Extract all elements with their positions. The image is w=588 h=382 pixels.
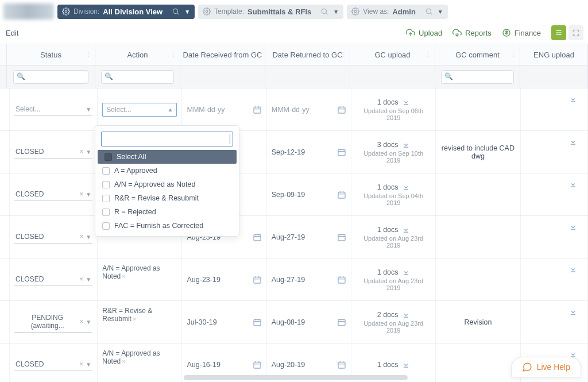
calendar-icon[interactable] xyxy=(253,105,262,114)
gcc-filter[interactable]: 🔍 xyxy=(441,70,513,84)
calendar-icon[interactable] xyxy=(253,360,262,369)
checkbox-icon[interactable] xyxy=(102,167,110,175)
date-returned-cell[interactable]: Sep-09-19 xyxy=(272,190,346,199)
gc-upload-cell[interactable]: 1 docs xyxy=(356,361,431,369)
finance-link[interactable]: Finance xyxy=(502,28,541,37)
gc-comment-cell[interactable]: revised to include CAD dwg xyxy=(436,131,520,173)
dropdown-search-input[interactable] xyxy=(104,135,229,144)
gc-comment-cell[interactable] xyxy=(436,88,520,130)
clear-icon[interactable]: × xyxy=(133,315,136,322)
date-received-cell[interactable]: MMM-dd-yy xyxy=(187,105,261,114)
view-expand-button[interactable] xyxy=(568,25,583,40)
col-header-date-returned[interactable]: Date Returned to GC⋮ xyxy=(265,44,350,65)
download-icon[interactable] xyxy=(402,226,410,234)
search-icon[interactable] xyxy=(320,7,328,16)
calendar-icon[interactable] xyxy=(337,275,346,284)
checkbox-icon[interactable] xyxy=(102,181,110,188)
clear-icon[interactable]: × xyxy=(79,190,83,198)
status-select[interactable]: CLOSED×▼ xyxy=(14,145,92,159)
date-returned-cell[interactable]: Aug-27-19 xyxy=(272,275,346,284)
dropdown-option[interactable]: R&R = Revise & Resubmit xyxy=(95,191,239,205)
col-header-status[interactable]: Status⋮ xyxy=(7,44,95,65)
gc-comment-cell[interactable] xyxy=(436,258,520,300)
download-icon[interactable] xyxy=(402,98,410,106)
clear-icon[interactable]: × xyxy=(79,233,83,241)
clear-icon[interactable]: × xyxy=(122,358,125,365)
live-help-button[interactable]: Live Help xyxy=(511,357,581,377)
date-received-cell[interactable]: Aug-16-19 xyxy=(187,360,261,369)
upload-link[interactable]: Upload xyxy=(406,28,442,37)
action-filter[interactable]: 🔍 xyxy=(101,70,173,84)
dropdown-select-all[interactable]: Select All xyxy=(98,150,237,164)
status-select[interactable]: CLOSED×▼ xyxy=(14,358,92,371)
gc-comment-cell[interactable] xyxy=(436,344,520,382)
search-icon[interactable] xyxy=(425,7,433,16)
gc-comment-cell[interactable]: Revision xyxy=(436,301,520,343)
calendar-icon[interactable] xyxy=(337,233,346,242)
action-select-open[interactable]: Select...▲ xyxy=(102,103,177,117)
column-menu-icon[interactable]: ⋮ xyxy=(340,52,346,58)
col-header-action[interactable]: Action⋮ xyxy=(95,44,180,65)
status-select[interactable]: CLOSED×▼ xyxy=(14,273,92,286)
status-filter[interactable]: 🔍 xyxy=(13,70,89,84)
download-icon[interactable] xyxy=(402,311,410,319)
download-icon[interactable] xyxy=(569,180,577,188)
gc-upload-cell[interactable]: 3 docsUpdated on Sep 10th 2019 xyxy=(356,141,431,164)
download-icon[interactable] xyxy=(569,265,577,273)
gc-upload-cell[interactable]: 1 docsUpdated on Aug 23rd 2019 xyxy=(356,226,431,249)
reports-link[interactable]: Reports xyxy=(452,28,492,37)
status-select[interactable]: CLOSED×▼ xyxy=(14,188,92,201)
date-returned-cell[interactable]: Aug-27-19 xyxy=(272,233,346,242)
dropdown-option[interactable]: A = Approved xyxy=(95,164,239,178)
chevron-down-icon[interactable]: ▼ xyxy=(333,9,339,15)
download-icon[interactable] xyxy=(569,138,577,146)
action-value[interactable]: A/N = Approved as Noted× xyxy=(102,349,177,365)
date-returned-cell[interactable]: Aug-20-19 xyxy=(272,360,346,369)
clear-icon[interactable]: × xyxy=(79,360,83,368)
column-menu-icon[interactable]: ⋮ xyxy=(510,52,516,58)
gc-comment-cell[interactable] xyxy=(436,216,520,258)
calendar-icon[interactable] xyxy=(337,148,346,157)
calendar-icon[interactable] xyxy=(337,190,346,199)
col-header-gc-comment[interactable]: GC comment⋮ xyxy=(435,44,520,65)
col-header-gc-upload[interactable]: GC upload⋮ xyxy=(350,44,435,65)
dropdown-option[interactable]: FAC = Furnish as Corrected xyxy=(95,219,239,233)
chevron-down-icon[interactable]: ▼ xyxy=(184,9,190,15)
column-menu-icon[interactable]: ⋮ xyxy=(425,52,431,58)
dropdown-option[interactable]: A/N = Approved as Noted xyxy=(95,178,239,191)
gc-upload-cell[interactable]: 1 docsUpdated on Sep 04th 2019 xyxy=(356,183,431,206)
checkbox-icon[interactable] xyxy=(102,222,110,230)
column-menu-icon[interactable]: ⋮ xyxy=(85,52,91,58)
dropdown-search[interactable] xyxy=(101,132,233,146)
gc-upload-cell[interactable]: 1 docsUpdated on Aug 23rd 2019 xyxy=(356,268,431,291)
chevron-down-icon[interactable]: ▼ xyxy=(438,9,443,15)
download-icon[interactable] xyxy=(569,223,577,231)
checkbox-icon[interactable] xyxy=(102,209,110,216)
calendar-icon[interactable] xyxy=(337,105,346,114)
action-dropdown[interactable]: Select All A = Approved A/N = Approved a… xyxy=(95,125,239,237)
status-select[interactable]: Select...▼ xyxy=(14,103,92,116)
status-select[interactable]: CLOSED×▼ xyxy=(14,230,92,244)
viewas-selector[interactable]: View as: Admin ▼ xyxy=(347,5,448,19)
dropdown-option[interactable]: R = Rejected xyxy=(95,205,239,219)
clear-icon[interactable]: × xyxy=(79,318,83,326)
column-menu-icon[interactable]: ⋮ xyxy=(255,52,261,58)
clear-icon[interactable]: × xyxy=(122,273,125,280)
checkbox-icon[interactable] xyxy=(102,195,110,202)
status-select[interactable]: PENDING (awaiting...×▼ xyxy=(14,311,92,333)
action-value[interactable]: R&R = Revise & Resubmit× xyxy=(102,307,177,323)
checkbox-icon[interactable] xyxy=(105,153,112,161)
download-icon[interactable] xyxy=(569,95,577,103)
calendar-icon[interactable] xyxy=(337,360,346,369)
col-header-date-received[interactable]: Date Received from GC⋮ xyxy=(180,44,265,65)
gc-upload-cell[interactable]: 1 docsUpdated on Sep 06th 2019 xyxy=(356,98,431,121)
download-icon[interactable] xyxy=(402,268,410,276)
edit-link[interactable]: Edit xyxy=(6,29,18,37)
date-returned-cell[interactable]: MMM-dd-yy xyxy=(272,105,346,114)
division-selector[interactable]: Division: All Division View ▼ xyxy=(57,5,195,19)
download-icon[interactable] xyxy=(402,361,410,369)
col-header-eng-upload[interactable]: ENG upload xyxy=(520,44,588,65)
view-list-button[interactable] xyxy=(551,25,566,40)
horizontal-scrollbar[interactable] xyxy=(184,375,408,380)
date-returned-cell[interactable]: Sep-12-19 xyxy=(272,148,346,157)
